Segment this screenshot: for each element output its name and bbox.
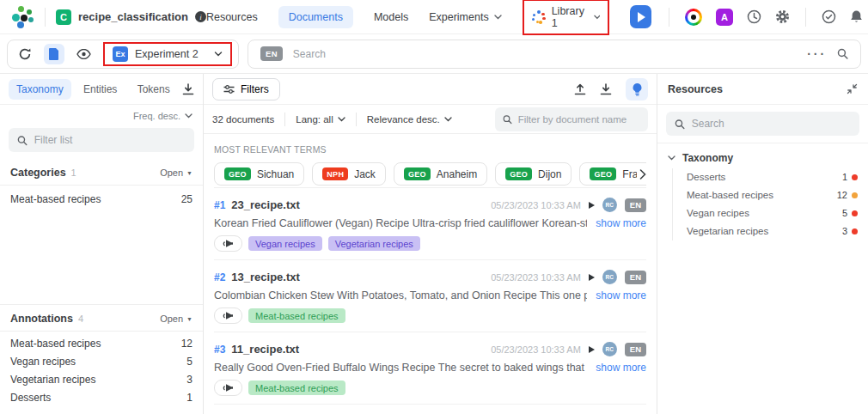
document-item[interactable]: #4 16_recipe.txt 05/23/2023 10:33 AM RC … bbox=[214, 404, 646, 414]
triangle-down-icon: ▼ bbox=[186, 170, 193, 176]
nav-experiments[interactable]: Experiments bbox=[429, 11, 501, 23]
category-tag[interactable]: Meat-based recipes bbox=[248, 308, 345, 323]
search-language-badge[interactable]: EN bbox=[260, 46, 283, 61]
taxonomy-item[interactable]: Vegan recipes 5 bbox=[687, 204, 858, 222]
more-options-icon[interactable]: ··· bbox=[807, 50, 827, 58]
history-icon[interactable] bbox=[747, 9, 761, 24]
categories-open-toggle[interactable]: Open▼ bbox=[160, 167, 193, 178]
upload-icon[interactable] bbox=[574, 83, 586, 95]
filter-list-input[interactable] bbox=[34, 134, 186, 146]
show-more-link[interactable]: show more bbox=[596, 289, 646, 301]
gear-icon[interactable] bbox=[775, 9, 790, 24]
tab-tokens[interactable]: Tokens bbox=[130, 79, 178, 100]
uploader-avatar: RC bbox=[602, 270, 617, 284]
document-list: #1 23_recipe.txt 05/23/2023 10:33 AM RC … bbox=[214, 187, 646, 414]
resources-title: Resources bbox=[668, 83, 723, 95]
check-circle-icon[interactable] bbox=[822, 9, 836, 24]
eye-icon[interactable] bbox=[76, 49, 91, 59]
play-icon[interactable] bbox=[589, 346, 595, 353]
play-icon bbox=[638, 12, 645, 22]
document-name-filter-input[interactable] bbox=[518, 114, 640, 125]
document-name[interactable]: 13_recipe.txt bbox=[231, 271, 300, 283]
taxonomy-item-count: 5 bbox=[842, 206, 847, 221]
nav-resources[interactable]: Resources bbox=[206, 11, 258, 23]
experiment-dropdown[interactable]: Ex Experiment 2 bbox=[103, 42, 232, 66]
document-view-icon[interactable] bbox=[44, 44, 64, 64]
run-button[interactable] bbox=[630, 5, 651, 28]
term-type-badge: GEO bbox=[404, 167, 431, 180]
annotation-row[interactable]: Desserts 1 bbox=[0, 389, 203, 407]
download-icon[interactable] bbox=[182, 83, 194, 95]
translate-icon[interactable]: A bbox=[716, 9, 733, 26]
document-item[interactable]: #3 11_recipe.txt 05/23/2023 10:33 AM RC … bbox=[214, 332, 646, 404]
term-chip[interactable]: GEO Dijon bbox=[495, 162, 572, 186]
annotations-count: 4 bbox=[78, 314, 83, 324]
annotations-open-toggle[interactable]: Open▼ bbox=[160, 314, 193, 324]
taxonomy-root-label: Taxonomy bbox=[682, 152, 733, 164]
resources-panel: Resources Taxonomy Desserts 1 bbox=[657, 74, 868, 414]
tab-taxonomy[interactable]: Taxonomy bbox=[9, 79, 71, 100]
nav-models[interactable]: Models bbox=[374, 11, 408, 23]
nav-documents[interactable]: Documents bbox=[278, 6, 353, 28]
relevance-sort-dropdown[interactable]: Relevance desc. bbox=[367, 114, 452, 125]
document-date: 05/23/2023 10:33 AM bbox=[491, 272, 581, 283]
language-filter-dropdown[interactable]: Lang: all bbox=[296, 114, 345, 125]
announce-button[interactable] bbox=[214, 235, 242, 252]
show-more-link[interactable]: show more bbox=[596, 217, 646, 229]
document-name[interactable]: 23_recipe.txt bbox=[231, 198, 300, 211]
terms-scroll-right-button[interactable] bbox=[637, 166, 646, 183]
collapse-icon[interactable] bbox=[847, 83, 858, 94]
color-wheel-icon[interactable] bbox=[685, 9, 702, 26]
filter-icon bbox=[223, 85, 235, 94]
documents-toolbar: 32 documents Lang: all Relevance desc. bbox=[204, 105, 657, 134]
term-chip[interactable]: NPH Jack bbox=[312, 162, 386, 186]
document-excerpt: Korean Fried Cauliflower (Vegan) Recipe … bbox=[214, 217, 587, 229]
tab-entities[interactable]: Entities bbox=[76, 79, 125, 100]
insights-button[interactable] bbox=[626, 78, 648, 100]
taxonomy-item[interactable]: Meat-based recipes 12 bbox=[687, 186, 858, 204]
chevron-down-icon bbox=[338, 117, 345, 122]
term-label: Dijon bbox=[538, 168, 561, 180]
term-chip[interactable]: GEO Sichuan bbox=[214, 162, 304, 186]
refresh-icon[interactable] bbox=[18, 47, 32, 61]
download-icon[interactable] bbox=[600, 83, 612, 95]
annotation-row[interactable]: Meat-based recipes 12 bbox=[0, 335, 203, 353]
taxonomy-tree-root[interactable]: Taxonomy bbox=[668, 152, 858, 164]
taxonomy-item[interactable]: Vegetarian recipes 3 bbox=[687, 222, 858, 240]
library-selector[interactable]: Library 1 bbox=[523, 0, 610, 35]
resources-search-input[interactable] bbox=[692, 118, 851, 130]
taxonomy-item[interactable]: Desserts 1 bbox=[687, 168, 858, 186]
relevant-terms-title: MOST RELEVANT TERMS bbox=[214, 144, 646, 155]
annotation-row[interactable]: Vegetarian recipes 3 bbox=[0, 371, 203, 389]
search-icon[interactable] bbox=[837, 47, 848, 60]
document-language-badge: EN bbox=[625, 343, 646, 356]
filters-label: Filters bbox=[241, 83, 269, 95]
frequency-sort-dropdown[interactable]: Freq. desc. bbox=[0, 105, 203, 125]
category-tag[interactable]: Meat-based recipes bbox=[248, 381, 345, 395]
document-head: #2 13_recipe.txt 05/23/2023 10:33 AM RC … bbox=[214, 270, 646, 284]
play-icon[interactable] bbox=[589, 202, 595, 209]
category-tag[interactable]: Vegan recipes bbox=[248, 236, 322, 251]
announce-button[interactable] bbox=[214, 307, 242, 324]
bell-icon[interactable] bbox=[850, 9, 863, 24]
play-icon[interactable] bbox=[589, 274, 595, 281]
info-icon[interactable]: i bbox=[195, 11, 206, 22]
filters-button[interactable]: Filters bbox=[212, 78, 280, 100]
annotation-row[interactable]: Vegan recipes 5 bbox=[0, 353, 203, 371]
category-row[interactable]: Meat-based recipes 25 bbox=[0, 186, 203, 214]
annotation-label: Vegetarian recipes bbox=[10, 373, 95, 387]
left-panel-spacer bbox=[0, 214, 203, 304]
document-name[interactable]: 11_recipe.txt bbox=[231, 343, 299, 356]
experiment-label: Experiment 2 bbox=[135, 48, 207, 60]
search-input[interactable] bbox=[293, 48, 797, 60]
category-tag[interactable]: Vegetarian recipes bbox=[328, 236, 420, 251]
search-icon bbox=[503, 114, 512, 125]
show-more-link[interactable]: show more bbox=[596, 362, 646, 374]
app-logo-icon[interactable] bbox=[12, 6, 34, 28]
term-type-badge: GEO bbox=[590, 167, 616, 180]
announce-button[interactable] bbox=[214, 380, 242, 396]
term-chip[interactable]: GEO Anaheim bbox=[394, 162, 487, 186]
document-item[interactable]: #1 23_recipe.txt 05/23/2023 10:33 AM RC … bbox=[214, 187, 646, 259]
document-item[interactable]: #2 13_recipe.txt 05/23/2023 10:33 AM RC … bbox=[214, 259, 646, 332]
category-value: 25 bbox=[181, 192, 193, 207]
